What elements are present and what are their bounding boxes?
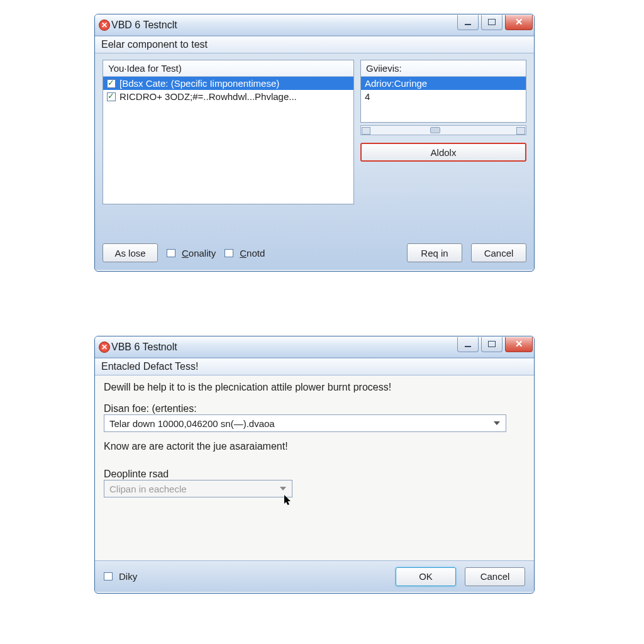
footer-row: Diky OK Cancel: [95, 560, 534, 592]
checkbox-icon[interactable]: [107, 92, 116, 101]
combobox-value: Telar down 10000,046200 sn(—).dvaoa: [109, 418, 275, 429]
ok-button[interactable]: OK: [396, 567, 456, 586]
dropdown-arrow-icon: [491, 417, 503, 430]
aslose-button[interactable]: As lose: [103, 243, 158, 262]
list-item[interactable]: Adriov:Curinge: [361, 77, 526, 90]
horizontal-scrollbar[interactable]: [360, 125, 526, 135]
list-item-label: [Bdsx Cate: (Specific Iimponentimese): [119, 78, 279, 89]
givens-list[interactable]: Gviievis: Adriov:Curinge 4: [360, 60, 526, 123]
reqin-button[interactable]: Req in: [407, 243, 462, 262]
checkbox-label: Diky: [119, 571, 137, 582]
checkbox-label: Conality: [182, 248, 216, 258]
conality-checkbox[interactable]: Conality: [167, 248, 216, 258]
titlebar[interactable]: ✕ VBB 6 Testnolt ✕: [95, 336, 534, 358]
titlebar[interactable]: ✕ VBD 6 Testnclt ✕: [95, 14, 534, 36]
checkbox-icon: [104, 572, 113, 580]
aldox-button[interactable]: Aldolx: [360, 143, 526, 162]
dialog-body: You·Idea for Test) [Bdsx Cate: (Specific…: [95, 53, 534, 270]
cancel-button[interactable]: Cancel: [465, 567, 525, 586]
test-ideas-list-header: You·Idea for Test): [103, 60, 353, 77]
note-text: Know are are actorit the jue asaraiament…: [104, 441, 525, 452]
list-item[interactable]: [Bdsx Cate: (Specific Iimponentimese): [103, 77, 353, 90]
checkbox-label: Cnotd: [240, 248, 265, 258]
givens-list-header: Gviievis:: [361, 60, 526, 77]
content-row: You·Idea for Test) [Bdsx Cate: (Specific…: [103, 60, 526, 204]
close-button[interactable]: ✕: [505, 15, 533, 30]
checkbox-icon: [167, 249, 175, 257]
checkbox-icon[interactable]: [107, 79, 116, 88]
right-column: Gviievis: Adriov:Curinge 4 Aldolx: [360, 60, 526, 204]
window-title: VBB 6 Testnolt: [110, 341, 455, 353]
dialog-defact-tess: ✕ VBB 6 Testnolt ✕ Entacled Defact Tess!…: [94, 336, 535, 594]
test-ideas-list[interactable]: You·Idea for Test) [Bdsx Cate: (Specific…: [103, 60, 354, 204]
diky-checkbox[interactable]: Diky: [104, 571, 137, 582]
footer-buttons: As lose Conality Cnotd Req in Cancel: [103, 235, 526, 262]
dialog-body: Dewill be help it to is the plecnication…: [95, 375, 534, 592]
error-icon: ✕: [99, 341, 110, 353]
list-item-label: RICDRO+ 3ODZ;#=..Rowhdwl...Phvlage...: [119, 91, 297, 102]
section-header: Entacled Defact Tess!: [95, 358, 534, 375]
cnotd-checkbox[interactable]: Cnotd: [225, 248, 265, 258]
cancel-button[interactable]: Cancel: [471, 243, 526, 262]
minimize-button[interactable]: [457, 337, 479, 352]
maximize-button[interactable]: [481, 15, 502, 30]
window-controls: ✕: [455, 15, 533, 31]
list-item-label: 4: [365, 91, 370, 102]
dialog-component-test: ✕ VBD 6 Testnclt ✕ Eelar component to te…: [94, 14, 535, 272]
close-button[interactable]: ✕: [505, 337, 533, 352]
list-item[interactable]: 4: [361, 90, 526, 103]
list-item-label: Adriov:Curinge: [365, 78, 427, 89]
checkbox-icon: [225, 249, 233, 257]
field1-combobox[interactable]: Telar down 10000,046200 sn(—).dvaoa: [104, 414, 506, 432]
field2-label: Deoplinte rsad: [104, 469, 525, 480]
section-header: Eelar component to test: [95, 36, 534, 53]
minimize-button[interactable]: [457, 15, 479, 30]
combobox-placeholder: Clipan in eachecle: [109, 484, 187, 494]
description-text: Dewill be help it to is the plecnication…: [104, 382, 525, 393]
field2-combobox[interactable]: Clipan in eachecle: [104, 480, 292, 497]
maximize-button[interactable]: [481, 337, 502, 352]
window-title: VBD 6 Testnclt: [110, 19, 455, 31]
window-controls: ✕: [455, 337, 533, 353]
dropdown-arrow-icon: [277, 482, 289, 495]
field1-label: Disan foe: (ertenties:: [104, 403, 525, 414]
error-icon: ✕: [99, 19, 110, 31]
list-item[interactable]: RICDRO+ 3ODZ;#=..Rowhdwl...Phvlage...: [103, 90, 353, 103]
